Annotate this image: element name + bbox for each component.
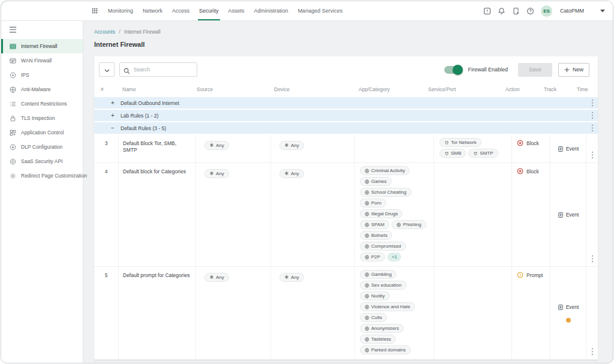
nav-item-security[interactable]: Security [199,1,219,20]
dlp-icon [10,144,16,151]
sidebar-item-label: WAN Firewall [21,58,52,64]
sidebar-item-application-control[interactable]: Application Control [1,125,83,140]
sidebar-item-ips[interactable]: IPS [1,68,83,82]
search-icon [124,66,130,77]
group-kebab-icon[interactable] [591,99,594,107]
any-icon [284,171,289,176]
group-row-default-rules-3-5-[interactable]: −Default Rules (3 - 5) [94,122,598,134]
action-label: Block [526,140,539,146]
search-input[interactable] [119,62,197,77]
rules-body: +Default Outbound Internet+Lab Rules (1 … [94,97,598,360]
source-cell: Any [196,163,271,266]
firewall-enabled-toggle[interactable] [444,66,462,74]
category-icon [365,305,369,309]
account-caret-down-icon[interactable] [600,9,605,13]
rule-kebab-icon[interactable] [591,151,594,159]
action-cell: Prompt [512,267,550,359]
any-pill: Any [279,273,304,282]
category-pill: Sex education [360,281,407,290]
column-header-service-port: Service/Port [428,86,456,92]
sidebar-item-label: DLP Configuration [21,144,62,150]
nav-item-assets[interactable]: Assets [228,1,245,20]
new-rule-button[interactable]: New [558,63,589,77]
time-cell [586,267,598,359]
rule-row-5[interactable]: 5Default prompt for CategoriesAnyAnyGamb… [94,267,598,360]
group-kebab-icon[interactable] [591,124,594,132]
category-icon [365,294,369,299]
column-header-app-category: App/Category [359,86,390,92]
alert-icon[interactable] [483,7,491,15]
track-label: Event [566,304,579,310]
sidebar: Internet FirewallWAN FirewallIPSAnti-Mal… [1,21,83,363]
hamburger-menu-icon[interactable] [9,26,17,33]
rule-row-3[interactable]: 3Default Block Tor, SMB, SMTPAnyAnyTor N… [94,135,598,163]
sidebar-item-redirect-page-customization[interactable]: Redirect Page Customization [1,169,83,183]
rule-number: 5 [94,267,119,359]
expand-group-icon[interactable]: + [110,113,116,119]
help-icon[interactable] [526,7,534,15]
account-name[interactable]: CatoPMM [560,8,584,14]
filter-dropdown-button[interactable] [99,62,115,77]
any-pill: Any [204,141,229,150]
category-icon [365,201,369,206]
category-icon [365,315,369,320]
column-header-device: Device [274,86,290,92]
group-label: Default Outbound Internet [121,100,179,106]
nav-item-managed-services[interactable]: Managed Services [298,1,343,20]
category-pill: Parked domains [360,345,411,354]
sidebar-item-content-restrictions[interactable]: Content Restrictions [1,97,83,111]
category-pill: Illegal Drugs [360,209,402,218]
table-header-row: #NameSourceDeviceApp/CategoryService/Por… [94,83,598,96]
sidebar-item-tls-inspection[interactable]: TLS Inspection [1,111,83,125]
expand-group-icon[interactable]: + [110,100,116,106]
service-port-cell: Tor NetworkSMBSMTP [434,135,512,163]
sidebar-item-anti-malware[interactable]: Anti-Malware [1,82,83,97]
rule-number: 3 [94,135,119,163]
category-pill: Tasteless [360,335,396,344]
rule-kebab-icon[interactable] [591,348,594,356]
collapse-group-icon[interactable]: − [110,125,116,131]
column-header-source: Source [197,86,213,92]
firewall-enabled-label: Firewall Enabled [468,67,508,73]
app-window: MonitoringNetworkAccessSecurityAssetsAdm… [1,1,613,363]
apps-grid-icon[interactable] [91,7,98,14]
release-notes-icon[interactable] [512,7,520,15]
nav-item-network[interactable]: Network [143,1,162,20]
any-pill: Any [204,273,229,282]
rule-kebab-icon[interactable] [591,255,594,263]
search-wrap [119,62,197,77]
any-pill: Any [204,169,229,178]
overflow-badge[interactable]: +1 [387,252,401,261]
column-header-track: Track [544,86,556,92]
any-pill: Any [279,169,304,178]
avatar[interactable]: ES [541,5,552,17]
category-icon [365,222,369,227]
prompt-icon [517,272,523,278]
sidebar-item-dlp-configuration[interactable]: DLP Configuration [1,140,83,154]
main-content: Accounts / Internet Firewall Internet Fi… [84,21,613,363]
firewall-icon [10,43,16,50]
nav-item-access[interactable]: Access [172,1,189,20]
category-icon [365,212,369,216]
column-header-name: Name [122,86,136,92]
action-label: Block [526,169,539,175]
rule-row-4[interactable]: 4Default block for CategoriesAnyAnyCrimi… [94,163,598,267]
notifications-bell-icon[interactable] [498,7,505,15]
breadcrumb-accounts-link[interactable]: Accounts [94,29,115,35]
category-icon [365,244,369,249]
app-category-cell: GamblingSex educationNudityViolence and … [355,267,434,359]
save-button[interactable]: Save [518,63,552,77]
group-kebab-icon[interactable] [591,112,594,119]
sidebar-item-wan-firewall[interactable]: WAN Firewall [1,53,83,68]
nav-item-administration[interactable]: Administration [254,1,288,20]
group-row-default-outbound-internet[interactable]: +Default Outbound Internet [94,97,598,109]
sidebar-item-label: SaaS Security API [21,158,62,164]
category-icon [365,283,369,288]
category-pill: Porn [360,198,386,207]
column-header-time: Time [577,86,588,92]
group-row-lab-rules-1-2-[interactable]: +Lab Rules (1 - 2) [94,110,598,121]
sidebar-item-internet-firewall[interactable]: Internet Firewall [1,39,83,53]
sidebar-item-saas-security-api[interactable]: SaaS Security API [1,154,83,169]
nav-item-monitoring[interactable]: Monitoring [108,1,133,20]
app-category-cell: Criminal ActivityGamesSchool CheatingPor… [355,163,434,266]
